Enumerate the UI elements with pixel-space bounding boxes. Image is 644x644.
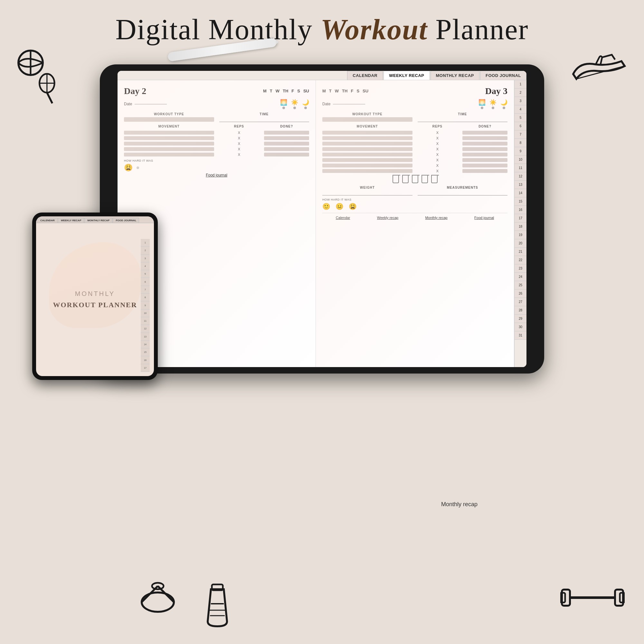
day2-morning-icon: 🌅: [280, 99, 287, 109]
side-tab-10[interactable]: 10: [515, 156, 526, 164]
small-side-tab[interactable]: 5: [141, 270, 150, 278]
day3-days-row: M T W TH F S SU: [322, 86, 368, 93]
day2-days-row: M T W TH F S SU: [263, 86, 309, 93]
side-tab-29[interactable]: 29: [515, 315, 526, 323]
small-side-tab[interactable]: 6: [141, 278, 150, 286]
side-tab-2[interactable]: 2: [515, 89, 526, 97]
monthly-recap-label: Monthly recap: [441, 501, 478, 508]
day2-date-line: [135, 104, 167, 104]
day3-workout-row: WORKOUT TYPE TIME: [322, 112, 507, 122]
small-side-tab[interactable]: 16: [141, 356, 150, 364]
small-side-tab[interactable]: 11: [141, 317, 150, 325]
side-tab-19[interactable]: 19: [515, 231, 526, 239]
tab-calendar[interactable]: CALENDAR: [347, 71, 383, 80]
day3-morning-icon: 🌅: [478, 99, 486, 109]
day2-hard-label: HOW HARD IT WAS: [124, 159, 309, 162]
side-tab-9[interactable]: 9: [515, 147, 526, 156]
day3-meas-col: MEASUREMENTS: [418, 186, 508, 195]
small-tab-food[interactable]: FOOD JOURNAL: [113, 218, 139, 223]
day3-date-line: [333, 104, 365, 104]
day2-number: Day 2: [124, 86, 146, 96]
table-row: X: [124, 147, 309, 151]
water-cup-2: [402, 175, 409, 183]
small-tab-weekly[interactable]: WEEKLY RECAP: [58, 218, 84, 223]
day3-workout-label: WORKOUT TYPE: [322, 112, 412, 116]
side-tab-11[interactable]: 11: [515, 164, 526, 172]
nav-food-journal[interactable]: Food journal: [474, 216, 494, 220]
nav-calendar[interactable]: Calendar: [336, 216, 350, 220]
side-tabs: 1 2 3 4 5 6 7 8 9 10 11 12 13 14 15 16 1…: [514, 80, 526, 367]
small-side-tab[interactable]: 7: [141, 286, 150, 294]
side-tab-6[interactable]: 6: [515, 122, 526, 130]
side-tab-31[interactable]: 31: [515, 331, 526, 340]
side-tab-27[interactable]: 27: [515, 298, 526, 306]
small-side-tab[interactable]: 9: [141, 301, 150, 309]
side-tab-15[interactable]: 15: [515, 197, 526, 206]
day2-movement-label: MOVEMENT: [124, 125, 214, 128]
small-side-tab[interactable]: 8: [141, 294, 150, 301]
small-side-tab[interactable]: 4: [141, 262, 150, 270]
side-tab-28[interactable]: 28: [515, 306, 526, 315]
side-tab-12[interactable]: 12: [515, 172, 526, 181]
side-tab-13[interactable]: 13: [515, 181, 526, 189]
side-tab-30[interactable]: 30: [515, 323, 526, 331]
sport-icons-topright: [570, 48, 628, 88]
small-tab-monthly[interactable]: MONTHLY RECAP: [84, 218, 112, 223]
day2-food-link[interactable]: Food journal: [124, 169, 309, 178]
day3-hard-label: HOW HARD IT WAS: [322, 198, 507, 201]
table-row: X: [322, 131, 507, 135]
day3-page: M T W TH F S SU Day 3 Date 🌅: [316, 80, 514, 367]
day2-movement-header: MOVEMENT REPS DONE?: [124, 125, 309, 129]
side-tab-5[interactable]: 5: [515, 114, 526, 122]
side-tab-16[interactable]: 16: [515, 206, 526, 214]
small-tab-calendar[interactable]: CALENDAR: [37, 218, 58, 223]
nav-monthly-recap[interactable]: Monthly recap: [425, 216, 448, 220]
side-tab-14[interactable]: 14: [515, 189, 526, 197]
day3-time-col: TIME: [418, 112, 508, 122]
small-side-tab[interactable]: 2: [141, 247, 150, 254]
side-tab-20[interactable]: 20: [515, 239, 526, 248]
day3-meas-label: MEASUREMENTS: [418, 186, 508, 189]
small-side-tab[interactable]: 14: [141, 341, 150, 348]
side-tab-24[interactable]: 24: [515, 273, 526, 281]
small-side-tab[interactable]: 17: [141, 364, 150, 372]
side-tab-3[interactable]: 3: [515, 97, 526, 105]
small-side-tab[interactable]: 3: [141, 255, 150, 262]
day3-weight-meas: WEIGHT MEASUREMENTS: [322, 186, 507, 195]
side-tab-26[interactable]: 26: [515, 289, 526, 298]
side-tab-4[interactable]: 4: [515, 105, 526, 114]
day3-time-label: TIME: [418, 112, 508, 116]
side-tab-17[interactable]: 17: [515, 214, 526, 223]
day3-header: M T W TH F S SU Day 3: [322, 86, 507, 96]
tab-monthly-recap[interactable]: MONTHLY RECAP: [431, 71, 479, 80]
small-side-tab[interactable]: 13: [141, 333, 150, 341]
small-side-tab[interactable]: 10: [141, 309, 150, 317]
side-tab-21[interactable]: 21: [515, 248, 526, 256]
side-tab-22[interactable]: 22: [515, 256, 526, 264]
day3-tired-emoji: 😩: [349, 203, 357, 210]
side-tab-23[interactable]: 23: [515, 264, 526, 273]
sport-icons-bottomright: [560, 578, 625, 618]
side-tab-8[interactable]: 8: [515, 139, 526, 147]
day2-done-label: DONE?: [264, 125, 309, 128]
table-row: X: [322, 147, 507, 151]
table-row: X: [124, 131, 309, 135]
main-title: Digital Monthly Workout Planner: [0, 13, 644, 46]
day3-happy-emoji: 🙂: [322, 203, 330, 210]
side-tab-7[interactable]: 7: [515, 130, 526, 139]
day3-hard-section: HOW HARD IT WAS 🙂 😐 😩: [322, 198, 507, 210]
tab-food-journal[interactable]: FOOD JOURNAL: [480, 71, 526, 80]
nav-weekly-recap[interactable]: Weekly recap: [377, 216, 398, 220]
tablet-small-screen: CALENDAR WEEKLY RECAP MONTHLY RECAP FOOD…: [36, 216, 154, 376]
small-side-tab[interactable]: 12: [141, 325, 150, 333]
day3-weight-label: WEIGHT: [322, 186, 412, 189]
tab-weekly-recap[interactable]: WEEKLY RECAP: [384, 71, 430, 80]
small-side-tab[interactable]: 15: [141, 348, 150, 356]
day3-smiley-row: 🙂 😐 😩: [322, 203, 507, 210]
water-cup-4: [421, 175, 428, 183]
day3-workout-type: WORKOUT TYPE: [322, 112, 412, 122]
side-tab-18[interactable]: 18: [515, 223, 526, 231]
side-tab-1[interactable]: 1: [515, 80, 526, 89]
small-side-tab[interactable]: 1: [141, 239, 150, 247]
side-tab-25[interactable]: 25: [515, 281, 526, 289]
